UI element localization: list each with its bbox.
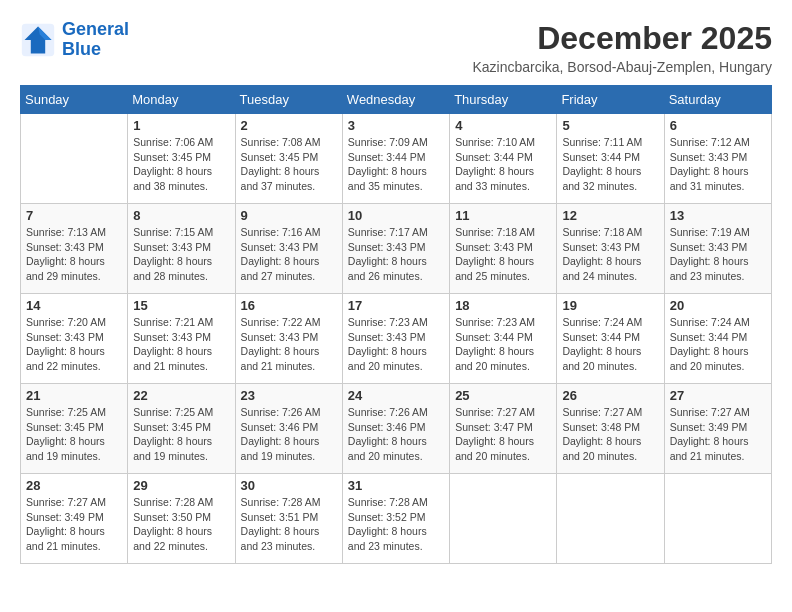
calendar-cell: 31Sunrise: 7:28 AMSunset: 3:52 PMDayligh…	[342, 474, 449, 564]
day-number: 31	[348, 478, 444, 493]
day-number: 19	[562, 298, 658, 313]
day-header-friday: Friday	[557, 86, 664, 114]
day-info: Sunrise: 7:28 AMSunset: 3:52 PMDaylight:…	[348, 495, 444, 554]
day-info: Sunrise: 7:23 AMSunset: 3:44 PMDaylight:…	[455, 315, 551, 374]
day-number: 16	[241, 298, 337, 313]
calendar-cell: 20Sunrise: 7:24 AMSunset: 3:44 PMDayligh…	[664, 294, 771, 384]
calendar-cell	[21, 114, 128, 204]
day-info: Sunrise: 7:16 AMSunset: 3:43 PMDaylight:…	[241, 225, 337, 284]
logo-line2: Blue	[62, 39, 101, 59]
day-info: Sunrise: 7:18 AMSunset: 3:43 PMDaylight:…	[562, 225, 658, 284]
day-info: Sunrise: 7:25 AMSunset: 3:45 PMDaylight:…	[26, 405, 122, 464]
day-info: Sunrise: 7:28 AMSunset: 3:51 PMDaylight:…	[241, 495, 337, 554]
week-row-5: 28Sunrise: 7:27 AMSunset: 3:49 PMDayligh…	[21, 474, 772, 564]
day-number: 22	[133, 388, 229, 403]
day-info: Sunrise: 7:22 AMSunset: 3:43 PMDaylight:…	[241, 315, 337, 374]
day-header-monday: Monday	[128, 86, 235, 114]
day-number: 24	[348, 388, 444, 403]
calendar-cell: 6Sunrise: 7:12 AMSunset: 3:43 PMDaylight…	[664, 114, 771, 204]
day-info: Sunrise: 7:21 AMSunset: 3:43 PMDaylight:…	[133, 315, 229, 374]
day-info: Sunrise: 7:12 AMSunset: 3:43 PMDaylight:…	[670, 135, 766, 194]
month-title: December 2025	[472, 20, 772, 57]
day-header-tuesday: Tuesday	[235, 86, 342, 114]
day-number: 2	[241, 118, 337, 133]
calendar-header-row: SundayMondayTuesdayWednesdayThursdayFrid…	[21, 86, 772, 114]
calendar-cell: 2Sunrise: 7:08 AMSunset: 3:45 PMDaylight…	[235, 114, 342, 204]
day-number: 25	[455, 388, 551, 403]
calendar-cell: 27Sunrise: 7:27 AMSunset: 3:49 PMDayligh…	[664, 384, 771, 474]
calendar-cell: 30Sunrise: 7:28 AMSunset: 3:51 PMDayligh…	[235, 474, 342, 564]
day-info: Sunrise: 7:10 AMSunset: 3:44 PMDaylight:…	[455, 135, 551, 194]
day-number: 9	[241, 208, 337, 223]
logo: General Blue	[20, 20, 129, 60]
day-info: Sunrise: 7:11 AMSunset: 3:44 PMDaylight:…	[562, 135, 658, 194]
calendar-cell: 23Sunrise: 7:26 AMSunset: 3:46 PMDayligh…	[235, 384, 342, 474]
location: Kazincbarcika, Borsod-Abauj-Zemplen, Hun…	[472, 59, 772, 75]
day-info: Sunrise: 7:28 AMSunset: 3:50 PMDaylight:…	[133, 495, 229, 554]
day-number: 10	[348, 208, 444, 223]
day-header-saturday: Saturday	[664, 86, 771, 114]
day-number: 18	[455, 298, 551, 313]
calendar-cell: 17Sunrise: 7:23 AMSunset: 3:43 PMDayligh…	[342, 294, 449, 384]
day-info: Sunrise: 7:19 AMSunset: 3:43 PMDaylight:…	[670, 225, 766, 284]
calendar-cell: 4Sunrise: 7:10 AMSunset: 3:44 PMDaylight…	[450, 114, 557, 204]
calendar-cell: 12Sunrise: 7:18 AMSunset: 3:43 PMDayligh…	[557, 204, 664, 294]
day-header-sunday: Sunday	[21, 86, 128, 114]
day-number: 13	[670, 208, 766, 223]
day-info: Sunrise: 7:09 AMSunset: 3:44 PMDaylight:…	[348, 135, 444, 194]
day-info: Sunrise: 7:08 AMSunset: 3:45 PMDaylight:…	[241, 135, 337, 194]
calendar-cell: 24Sunrise: 7:26 AMSunset: 3:46 PMDayligh…	[342, 384, 449, 474]
calendar-cell: 13Sunrise: 7:19 AMSunset: 3:43 PMDayligh…	[664, 204, 771, 294]
calendar-cell: 19Sunrise: 7:24 AMSunset: 3:44 PMDayligh…	[557, 294, 664, 384]
day-number: 14	[26, 298, 122, 313]
day-info: Sunrise: 7:18 AMSunset: 3:43 PMDaylight:…	[455, 225, 551, 284]
logo-text: General Blue	[62, 20, 129, 60]
calendar-cell: 15Sunrise: 7:21 AMSunset: 3:43 PMDayligh…	[128, 294, 235, 384]
day-number: 1	[133, 118, 229, 133]
title-section: December 2025 Kazincbarcika, Borsod-Abau…	[472, 20, 772, 75]
calendar-cell: 8Sunrise: 7:15 AMSunset: 3:43 PMDaylight…	[128, 204, 235, 294]
day-info: Sunrise: 7:27 AMSunset: 3:48 PMDaylight:…	[562, 405, 658, 464]
day-number: 17	[348, 298, 444, 313]
logo-line1: General	[62, 19, 129, 39]
day-info: Sunrise: 7:24 AMSunset: 3:44 PMDaylight:…	[562, 315, 658, 374]
day-number: 27	[670, 388, 766, 403]
calendar-cell: 16Sunrise: 7:22 AMSunset: 3:43 PMDayligh…	[235, 294, 342, 384]
day-number: 8	[133, 208, 229, 223]
day-number: 3	[348, 118, 444, 133]
day-info: Sunrise: 7:26 AMSunset: 3:46 PMDaylight:…	[241, 405, 337, 464]
calendar: SundayMondayTuesdayWednesdayThursdayFrid…	[20, 85, 772, 564]
calendar-cell: 18Sunrise: 7:23 AMSunset: 3:44 PMDayligh…	[450, 294, 557, 384]
calendar-cell	[557, 474, 664, 564]
day-number: 5	[562, 118, 658, 133]
calendar-cell: 25Sunrise: 7:27 AMSunset: 3:47 PMDayligh…	[450, 384, 557, 474]
calendar-cell: 29Sunrise: 7:28 AMSunset: 3:50 PMDayligh…	[128, 474, 235, 564]
page-header: General Blue December 2025 Kazincbarcika…	[20, 20, 772, 75]
calendar-cell	[450, 474, 557, 564]
calendar-cell: 9Sunrise: 7:16 AMSunset: 3:43 PMDaylight…	[235, 204, 342, 294]
day-header-wednesday: Wednesday	[342, 86, 449, 114]
day-header-thursday: Thursday	[450, 86, 557, 114]
day-number: 29	[133, 478, 229, 493]
day-number: 26	[562, 388, 658, 403]
calendar-cell: 26Sunrise: 7:27 AMSunset: 3:48 PMDayligh…	[557, 384, 664, 474]
calendar-cell: 3Sunrise: 7:09 AMSunset: 3:44 PMDaylight…	[342, 114, 449, 204]
day-number: 12	[562, 208, 658, 223]
calendar-cell: 22Sunrise: 7:25 AMSunset: 3:45 PMDayligh…	[128, 384, 235, 474]
week-row-3: 14Sunrise: 7:20 AMSunset: 3:43 PMDayligh…	[21, 294, 772, 384]
day-number: 4	[455, 118, 551, 133]
day-number: 28	[26, 478, 122, 493]
calendar-cell: 5Sunrise: 7:11 AMSunset: 3:44 PMDaylight…	[557, 114, 664, 204]
day-number: 15	[133, 298, 229, 313]
calendar-cell: 14Sunrise: 7:20 AMSunset: 3:43 PMDayligh…	[21, 294, 128, 384]
calendar-cell: 1Sunrise: 7:06 AMSunset: 3:45 PMDaylight…	[128, 114, 235, 204]
day-info: Sunrise: 7:13 AMSunset: 3:43 PMDaylight:…	[26, 225, 122, 284]
day-info: Sunrise: 7:27 AMSunset: 3:47 PMDaylight:…	[455, 405, 551, 464]
calendar-cell: 28Sunrise: 7:27 AMSunset: 3:49 PMDayligh…	[21, 474, 128, 564]
week-row-2: 7Sunrise: 7:13 AMSunset: 3:43 PMDaylight…	[21, 204, 772, 294]
day-info: Sunrise: 7:06 AMSunset: 3:45 PMDaylight:…	[133, 135, 229, 194]
day-info: Sunrise: 7:20 AMSunset: 3:43 PMDaylight:…	[26, 315, 122, 374]
day-info: Sunrise: 7:25 AMSunset: 3:45 PMDaylight:…	[133, 405, 229, 464]
day-info: Sunrise: 7:24 AMSunset: 3:44 PMDaylight:…	[670, 315, 766, 374]
day-info: Sunrise: 7:27 AMSunset: 3:49 PMDaylight:…	[670, 405, 766, 464]
